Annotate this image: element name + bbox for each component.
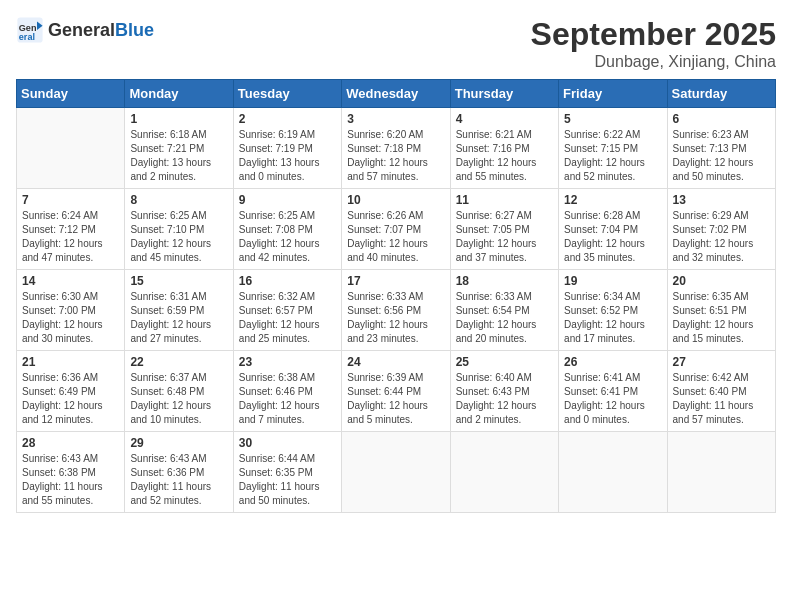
calendar-cell: 27Sunrise: 6:42 AM Sunset: 6:40 PM Dayli…	[667, 351, 775, 432]
calendar-cell: 13Sunrise: 6:29 AM Sunset: 7:02 PM Dayli…	[667, 189, 775, 270]
day-number: 29	[130, 436, 227, 450]
calendar-cell: 22Sunrise: 6:37 AM Sunset: 6:48 PM Dayli…	[125, 351, 233, 432]
calendar-cell: 4Sunrise: 6:21 AM Sunset: 7:16 PM Daylig…	[450, 108, 558, 189]
day-info: Sunrise: 6:40 AM Sunset: 6:43 PM Dayligh…	[456, 371, 553, 427]
day-info: Sunrise: 6:36 AM Sunset: 6:49 PM Dayligh…	[22, 371, 119, 427]
day-info: Sunrise: 6:39 AM Sunset: 6:44 PM Dayligh…	[347, 371, 444, 427]
weekday-header-friday: Friday	[559, 80, 667, 108]
calendar-cell: 18Sunrise: 6:33 AM Sunset: 6:54 PM Dayli…	[450, 270, 558, 351]
day-number: 8	[130, 193, 227, 207]
weekday-header-row: SundayMondayTuesdayWednesdayThursdayFrid…	[17, 80, 776, 108]
weekday-header-sunday: Sunday	[17, 80, 125, 108]
calendar-cell	[559, 432, 667, 513]
logo-icon: Gen eral	[16, 16, 44, 44]
day-number: 5	[564, 112, 661, 126]
calendar-cell	[17, 108, 125, 189]
logo-blue-text: Blue	[115, 20, 154, 41]
calendar-cell: 5Sunrise: 6:22 AM Sunset: 7:15 PM Daylig…	[559, 108, 667, 189]
day-info: Sunrise: 6:25 AM Sunset: 7:10 PM Dayligh…	[130, 209, 227, 265]
day-info: Sunrise: 6:30 AM Sunset: 7:00 PM Dayligh…	[22, 290, 119, 346]
day-number: 10	[347, 193, 444, 207]
calendar-cell: 25Sunrise: 6:40 AM Sunset: 6:43 PM Dayli…	[450, 351, 558, 432]
day-number: 27	[673, 355, 770, 369]
day-info: Sunrise: 6:18 AM Sunset: 7:21 PM Dayligh…	[130, 128, 227, 184]
calendar-cell: 20Sunrise: 6:35 AM Sunset: 6:51 PM Dayli…	[667, 270, 775, 351]
calendar-cell: 19Sunrise: 6:34 AM Sunset: 6:52 PM Dayli…	[559, 270, 667, 351]
day-info: Sunrise: 6:20 AM Sunset: 7:18 PM Dayligh…	[347, 128, 444, 184]
day-info: Sunrise: 6:35 AM Sunset: 6:51 PM Dayligh…	[673, 290, 770, 346]
day-info: Sunrise: 6:31 AM Sunset: 6:59 PM Dayligh…	[130, 290, 227, 346]
day-number: 30	[239, 436, 336, 450]
weekday-header-wednesday: Wednesday	[342, 80, 450, 108]
day-number: 9	[239, 193, 336, 207]
day-info: Sunrise: 6:24 AM Sunset: 7:12 PM Dayligh…	[22, 209, 119, 265]
calendar-cell: 17Sunrise: 6:33 AM Sunset: 6:56 PM Dayli…	[342, 270, 450, 351]
calendar-cell: 9Sunrise: 6:25 AM Sunset: 7:08 PM Daylig…	[233, 189, 341, 270]
day-info: Sunrise: 6:41 AM Sunset: 6:41 PM Dayligh…	[564, 371, 661, 427]
calendar-table: SundayMondayTuesdayWednesdayThursdayFrid…	[16, 79, 776, 513]
calendar-cell: 26Sunrise: 6:41 AM Sunset: 6:41 PM Dayli…	[559, 351, 667, 432]
title-area: September 2025 Dunbage, Xinjiang, China	[531, 16, 776, 71]
weekday-header-thursday: Thursday	[450, 80, 558, 108]
day-info: Sunrise: 6:32 AM Sunset: 6:57 PM Dayligh…	[239, 290, 336, 346]
day-info: Sunrise: 6:22 AM Sunset: 7:15 PM Dayligh…	[564, 128, 661, 184]
day-info: Sunrise: 6:34 AM Sunset: 6:52 PM Dayligh…	[564, 290, 661, 346]
calendar-cell: 10Sunrise: 6:26 AM Sunset: 7:07 PM Dayli…	[342, 189, 450, 270]
weekday-header-saturday: Saturday	[667, 80, 775, 108]
calendar-cell: 14Sunrise: 6:30 AM Sunset: 7:00 PM Dayli…	[17, 270, 125, 351]
calendar-cell	[342, 432, 450, 513]
day-number: 24	[347, 355, 444, 369]
svg-text:eral: eral	[19, 32, 35, 42]
calendar-cell: 6Sunrise: 6:23 AM Sunset: 7:13 PM Daylig…	[667, 108, 775, 189]
calendar-cell: 28Sunrise: 6:43 AM Sunset: 6:38 PM Dayli…	[17, 432, 125, 513]
calendar-cell	[667, 432, 775, 513]
week-row-3: 14Sunrise: 6:30 AM Sunset: 7:00 PM Dayli…	[17, 270, 776, 351]
day-number: 3	[347, 112, 444, 126]
calendar-cell: 12Sunrise: 6:28 AM Sunset: 7:04 PM Dayli…	[559, 189, 667, 270]
day-info: Sunrise: 6:33 AM Sunset: 6:54 PM Dayligh…	[456, 290, 553, 346]
day-number: 12	[564, 193, 661, 207]
calendar-cell: 30Sunrise: 6:44 AM Sunset: 6:35 PM Dayli…	[233, 432, 341, 513]
calendar-cell: 7Sunrise: 6:24 AM Sunset: 7:12 PM Daylig…	[17, 189, 125, 270]
day-info: Sunrise: 6:29 AM Sunset: 7:02 PM Dayligh…	[673, 209, 770, 265]
week-row-2: 7Sunrise: 6:24 AM Sunset: 7:12 PM Daylig…	[17, 189, 776, 270]
calendar-cell: 8Sunrise: 6:25 AM Sunset: 7:10 PM Daylig…	[125, 189, 233, 270]
calendar-cell	[450, 432, 558, 513]
day-info: Sunrise: 6:26 AM Sunset: 7:07 PM Dayligh…	[347, 209, 444, 265]
weekday-header-monday: Monday	[125, 80, 233, 108]
logo-general-text: General	[48, 20, 115, 41]
day-info: Sunrise: 6:19 AM Sunset: 7:19 PM Dayligh…	[239, 128, 336, 184]
day-number: 11	[456, 193, 553, 207]
day-number: 20	[673, 274, 770, 288]
day-number: 4	[456, 112, 553, 126]
day-number: 7	[22, 193, 119, 207]
day-number: 14	[22, 274, 119, 288]
calendar-cell: 23Sunrise: 6:38 AM Sunset: 6:46 PM Dayli…	[233, 351, 341, 432]
week-row-5: 28Sunrise: 6:43 AM Sunset: 6:38 PM Dayli…	[17, 432, 776, 513]
month-title: September 2025	[531, 16, 776, 53]
page-header: Gen eral General Blue September 2025 Dun…	[16, 16, 776, 71]
day-number: 15	[130, 274, 227, 288]
location-subtitle: Dunbage, Xinjiang, China	[531, 53, 776, 71]
day-info: Sunrise: 6:43 AM Sunset: 6:38 PM Dayligh…	[22, 452, 119, 508]
day-number: 23	[239, 355, 336, 369]
calendar-cell: 29Sunrise: 6:43 AM Sunset: 6:36 PM Dayli…	[125, 432, 233, 513]
weekday-header-tuesday: Tuesday	[233, 80, 341, 108]
day-number: 17	[347, 274, 444, 288]
day-info: Sunrise: 6:27 AM Sunset: 7:05 PM Dayligh…	[456, 209, 553, 265]
day-info: Sunrise: 6:42 AM Sunset: 6:40 PM Dayligh…	[673, 371, 770, 427]
day-number: 28	[22, 436, 119, 450]
calendar-cell: 16Sunrise: 6:32 AM Sunset: 6:57 PM Dayli…	[233, 270, 341, 351]
day-info: Sunrise: 6:38 AM Sunset: 6:46 PM Dayligh…	[239, 371, 336, 427]
day-info: Sunrise: 6:23 AM Sunset: 7:13 PM Dayligh…	[673, 128, 770, 184]
day-number: 21	[22, 355, 119, 369]
day-number: 19	[564, 274, 661, 288]
calendar-cell: 2Sunrise: 6:19 AM Sunset: 7:19 PM Daylig…	[233, 108, 341, 189]
logo: Gen eral General Blue	[16, 16, 154, 44]
week-row-1: 1Sunrise: 6:18 AM Sunset: 7:21 PM Daylig…	[17, 108, 776, 189]
day-info: Sunrise: 6:21 AM Sunset: 7:16 PM Dayligh…	[456, 128, 553, 184]
day-info: Sunrise: 6:37 AM Sunset: 6:48 PM Dayligh…	[130, 371, 227, 427]
day-number: 26	[564, 355, 661, 369]
calendar-cell: 11Sunrise: 6:27 AM Sunset: 7:05 PM Dayli…	[450, 189, 558, 270]
day-info: Sunrise: 6:25 AM Sunset: 7:08 PM Dayligh…	[239, 209, 336, 265]
